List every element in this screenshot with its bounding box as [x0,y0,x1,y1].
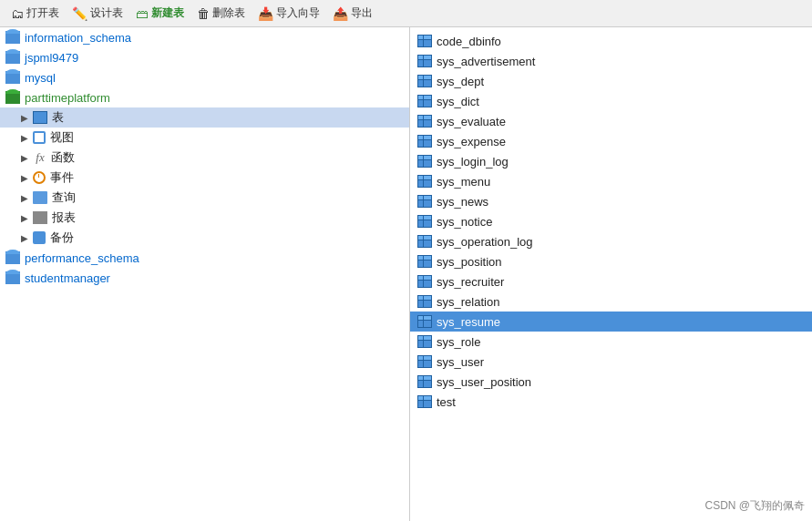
chevron-events [18,171,31,184]
table-list-item[interactable]: sys_expense [410,131,812,151]
table-list-item[interactable]: sys_login_log [410,151,812,171]
import-wizard-button[interactable]: 📥 导入向导 [252,4,325,23]
function-type-icon: fx [33,150,47,165]
chevron-reports [18,211,31,224]
open-table-button[interactable]: 🗂 打开表 [5,4,65,23]
table-icon [417,175,432,188]
sidebar-label-mysql: mysql [25,71,404,85]
open-table-label: 打开表 [26,5,59,21]
sidebar-item-backups[interactable]: 备份 [0,228,409,248]
table-list-panel: code_dbinfosys_advertisementsys_deptsys_… [410,27,812,521]
table-list-item[interactable]: sys_relation [410,291,812,312]
export-wizard-icon: 📤 [333,6,348,21]
import-wizard-icon: 📥 [258,6,273,21]
table-name-label: code_dbinfo [437,35,805,48]
table-icon [417,95,432,107]
db-icon-mysql [5,71,20,84]
delete-table-button[interactable]: 🗑 删除表 [191,4,251,23]
table-name-label: sys_notice [437,215,805,229]
main-content: information_schema jspml9479 mysql partt… [0,27,812,521]
query-type-icon [33,191,47,204]
table-icon [417,75,432,87]
table-icon [417,355,432,368]
table-name-label: sys_menu [437,175,805,189]
chevron-queries [18,191,31,204]
design-table-label: 设计表 [90,5,123,21]
table-name-label: sys_advertisement [437,55,805,68]
table-list-item[interactable]: sys_evaluate [410,111,812,131]
table-list-item[interactable]: sys_dept [410,71,812,91]
table-name-label: sys_expense [437,135,805,148]
table-name-label: sys_dept [437,75,805,88]
sidebar-item-reports[interactable]: 报表 [0,208,409,228]
sidebar-item-tables[interactable]: 表 [0,107,409,128]
table-list-item[interactable]: sys_dict [410,91,812,111]
sidebar-item-information-schema[interactable]: information_schema [0,27,409,47]
chevron-functions [18,151,31,164]
export-wizard-button[interactable]: 📤 导出 [327,4,378,23]
table-list-item[interactable]: code_dbinfo [410,31,812,51]
table-list-item[interactable]: sys_operation_log [410,231,812,251]
design-table-button[interactable]: ✏️ 设计表 [67,4,128,23]
sidebar-label-events: 事件 [50,169,404,186]
sidebar-item-views[interactable]: 视图 [0,128,409,148]
db-icon-jspml9479 [5,51,20,64]
sidebar: information_schema jspml9479 mysql partt… [0,27,410,521]
report-type-icon [33,211,47,224]
sidebar-item-jspml9479[interactable]: jspml9479 [0,47,409,67]
chevron-tables [18,111,31,124]
sidebar-label-jspml9479: jspml9479 [25,51,404,65]
table-name-label: sys_evaluate [437,115,805,128]
sidebar-item-parttimeplatform[interactable]: parttimeplatform [0,87,409,107]
db-icon-information-schema [5,31,20,44]
db-icon-performance-schema [5,251,20,264]
sidebar-item-studentmanager[interactable]: studentmanager [0,268,409,288]
table-icon [417,295,432,308]
table-list-item[interactable]: sys_news [410,191,812,211]
table-name-label: sys_login_log [437,155,805,169]
sidebar-label-views: 视图 [50,129,404,146]
table-icon [417,335,432,348]
table-name-label: sys_operation_log [437,235,805,249]
chevron-backups [18,231,31,244]
backup-type-icon [33,231,46,244]
table-icon [417,215,432,228]
sidebar-label-studentmanager: studentmanager [25,271,404,285]
table-name-label: sys_relation [437,295,805,309]
chevron-views [18,131,31,144]
table-name-label: test [437,395,805,409]
view-type-icon [33,131,46,144]
table-icon [417,135,432,148]
table-name-label: sys_news [437,195,805,209]
table-icon [417,235,432,248]
export-wizard-label: 导出 [351,5,373,21]
table-list-item[interactable]: sys_advertisement [410,51,812,71]
table-list-item[interactable]: sys_role [410,332,812,352]
table-list-item[interactable]: sys_menu [410,171,812,191]
import-wizard-label: 导入向导 [276,5,320,21]
sidebar-label-queries: 查询 [52,189,404,206]
table-name-label: sys_recruiter [437,275,805,289]
table-list-item[interactable]: test [410,392,812,412]
sidebar-item-performance-schema[interactable]: performance_schema [0,248,409,268]
table-list-item[interactable]: sys_notice [410,211,812,231]
delete-table-icon: 🗑 [197,6,210,21]
db-icon-studentmanager [5,271,20,284]
table-list-item[interactable]: sys_user [410,352,812,372]
sidebar-item-events[interactable]: 事件 [0,168,409,188]
table-list-item[interactable]: sys_position [410,251,812,271]
sidebar-item-queries[interactable]: 查询 [0,188,409,208]
table-list-item[interactable]: sys_resume [410,312,812,332]
table-icon [417,55,432,67]
table-list-item[interactable]: sys_user_position [410,372,812,392]
new-table-button[interactable]: 🗃 新建表 [130,4,190,23]
sidebar-label-parttimeplatform: parttimeplatform [25,91,404,105]
table-list-item[interactable]: sys_recruiter [410,271,812,291]
sidebar-item-mysql[interactable]: mysql [0,67,409,87]
sidebar-item-functions[interactable]: fx 函数 [0,148,409,168]
table-icon [417,315,432,328]
delete-table-label: 删除表 [212,5,245,21]
table-name-label: sys_role [437,335,805,349]
table-name-label: sys_user [437,355,805,369]
watermark: CSDN @飞翔的佩奇 [704,498,805,514]
